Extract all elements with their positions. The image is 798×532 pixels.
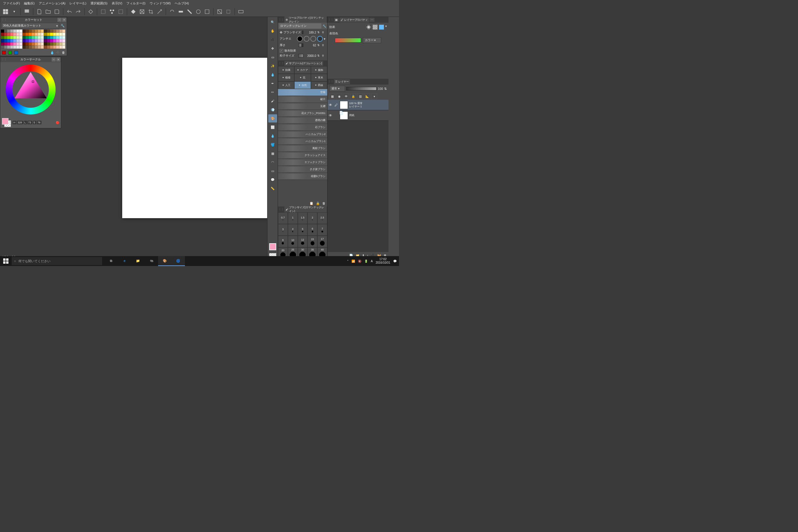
color-swatch[interactable] (22, 30, 26, 33)
link-icon[interactable]: ⚲ (322, 44, 325, 47)
color-swatch[interactable] (1, 36, 4, 39)
color-swatch[interactable] (13, 36, 16, 39)
color-swatch[interactable] (44, 36, 47, 39)
brush-item[interactable]: エフェクトブラシ (278, 159, 327, 166)
close-icon[interactable]: × (62, 18, 66, 22)
color-swatch[interactable] (50, 30, 53, 33)
color-swatch[interactable] (32, 36, 35, 39)
battery-icon[interactable]: 🔋 (364, 260, 368, 263)
auto-select-tool-icon[interactable]: ✨ (268, 62, 277, 70)
color-swatch[interactable] (62, 45, 65, 49)
brushsize-slider[interactable] (302, 31, 303, 34)
subtool-selector[interactable]: ロマンチックレイン (279, 23, 321, 28)
color-swatch[interactable] (25, 39, 28, 42)
layer-ref-icon[interactable]: ◉ (336, 93, 342, 99)
subtool-category[interactable]: ✦服飾 (311, 66, 327, 74)
explorer-icon[interactable]: 📁 (131, 256, 145, 266)
crop-icon[interactable] (147, 8, 155, 16)
color-swatch[interactable] (1, 42, 4, 45)
colorcircle-title[interactable]: ⋮⋮ カラーサークル –× (0, 57, 61, 62)
scale-icon[interactable] (138, 8, 146, 16)
redo-icon[interactable] (74, 8, 82, 16)
stepper-icon[interactable]: ⇅ (384, 87, 387, 91)
color-swatch[interactable] (1, 33, 4, 36)
layer-mask-icon[interactable]: ▥ (357, 93, 363, 99)
subtool-category[interactable]: ✦花 (294, 74, 311, 81)
layerprop-tab-3[interactable]: ⋯ (369, 18, 375, 22)
color-swatch[interactable] (41, 36, 44, 39)
ruler-snap-icon[interactable] (177, 8, 185, 16)
brush-item[interactable]: ハニカムブラシ2 (278, 131, 327, 138)
fill-icon[interactable] (130, 8, 137, 16)
color-swatch[interactable] (41, 33, 44, 36)
color-swatch[interactable] (47, 39, 50, 42)
color-swatch[interactable] (13, 39, 16, 42)
grip-icon[interactable]: ⋮⋮ (1, 58, 7, 61)
eyedropper-tool-icon[interactable]: 💧 (268, 71, 277, 79)
color-swatch[interactable] (38, 36, 41, 39)
color-swatch[interactable] (47, 30, 50, 33)
color-swatch[interactable] (59, 33, 62, 36)
color-swatch[interactable] (35, 30, 38, 33)
color-swatch[interactable] (10, 42, 14, 45)
color-swatch[interactable] (62, 39, 65, 42)
layer-tab[interactable]: ☰レイヤー (334, 79, 350, 84)
color-swatch[interactable] (53, 39, 56, 42)
color-swatch[interactable] (35, 45, 38, 49)
color-swatch[interactable] (59, 30, 62, 33)
color-swatch[interactable] (1, 39, 4, 42)
color-swatch[interactable] (35, 36, 38, 39)
aa-option[interactable] (297, 36, 303, 42)
snap-icon[interactable] (168, 8, 176, 16)
color-swatch[interactable] (32, 39, 35, 42)
color-swatch[interactable] (53, 36, 56, 39)
color-swatch[interactable] (10, 30, 14, 33)
color-swatch[interactable] (16, 45, 20, 49)
foreground-color[interactable] (2, 118, 8, 125)
figure-tool-icon[interactable]: ◠ (268, 158, 277, 166)
mini-swatch[interactable] (14, 51, 18, 55)
color-swatch[interactable] (4, 36, 7, 39)
frame-tool-icon[interactable]: ▭ (268, 167, 277, 175)
task-view-icon[interactable]: ⧉ (104, 256, 118, 266)
color-swatch[interactable] (41, 45, 44, 49)
color-swatch[interactable] (41, 30, 44, 33)
color-swatch[interactable] (7, 39, 10, 42)
ime-icon[interactable]: A (371, 260, 373, 263)
layer-color-icon[interactable]: ▾ (371, 93, 377, 99)
eraser-tool-icon[interactable]: ⬜ (268, 123, 277, 131)
brush-menu-icon[interactable]: 📋 (309, 202, 314, 205)
color-swatch[interactable] (62, 30, 65, 33)
color-swatch[interactable] (28, 36, 32, 39)
effect-layer-color-icon[interactable] (379, 24, 384, 30)
layer-move-tool-icon[interactable]: ✥ (268, 44, 277, 53)
color-swatch[interactable] (16, 36, 20, 39)
brush-size-cell[interactable]: 3 (278, 224, 288, 236)
color-swatch[interactable] (56, 42, 59, 45)
color-swatch[interactable] (10, 45, 14, 49)
layer-draft-icon[interactable]: 👁 (343, 93, 349, 99)
color-swatch[interactable] (16, 30, 20, 33)
gradient-tool-icon[interactable]: ▦ (268, 149, 277, 157)
aa-option[interactable] (304, 36, 309, 42)
brush-size-cell[interactable]: 2.5 (317, 212, 327, 224)
color-swatch[interactable] (44, 30, 47, 33)
color-swatch[interactable] (38, 33, 41, 36)
brush-size-cell[interactable]: 1.5 (298, 212, 308, 224)
color-swatch[interactable] (28, 45, 32, 49)
subtool-category[interactable]: ✦罫線 (311, 81, 327, 89)
color-swatch[interactable] (19, 42, 22, 45)
marquee-tool-icon[interactable]: ▭ (268, 53, 277, 61)
start-button[interactable] (0, 256, 12, 266)
menu-layer[interactable]: レイヤー(L) (68, 1, 88, 6)
grid-snap-icon[interactable] (194, 8, 202, 16)
decoration-tool-icon[interactable]: 🎨 (268, 114, 277, 122)
color-swatch[interactable] (7, 36, 10, 39)
color-swatch[interactable] (35, 33, 38, 36)
menu-window[interactable]: ウィンドウ(W) (148, 1, 173, 6)
deselect-icon[interactable] (108, 8, 116, 16)
layer-lock-icon[interactable]: 🔒 (350, 93, 356, 99)
color-swatch[interactable] (47, 33, 50, 36)
volume-icon[interactable]: 🔇 (358, 260, 361, 263)
color-swatch[interactable] (13, 33, 16, 36)
